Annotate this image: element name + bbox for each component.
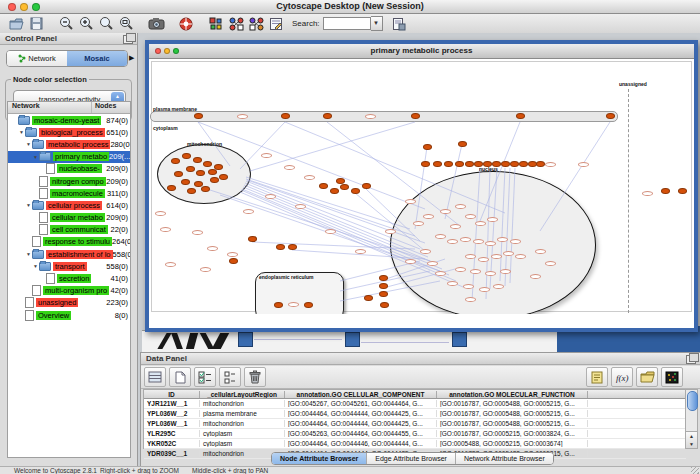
graph-node[interactable] bbox=[274, 302, 283, 308]
import-attributes-icon[interactable] bbox=[636, 367, 658, 387]
graph-node-unselected[interactable] bbox=[497, 237, 508, 242]
graph-node-unselected[interactable] bbox=[460, 237, 471, 242]
zoom-out-icon[interactable] bbox=[57, 16, 75, 32]
attribute-notes-icon[interactable] bbox=[586, 367, 608, 387]
graph-node-unselected[interactable] bbox=[265, 194, 276, 199]
tree-row-cellular-metabo[interactable]: cellular metabo209(0) bbox=[8, 212, 130, 224]
search-input[interactable] bbox=[323, 17, 371, 30]
graph-node-unselected[interactable] bbox=[510, 239, 521, 244]
graph-node-unselected[interactable] bbox=[165, 262, 176, 267]
tree-expander-icon[interactable]: ▼ bbox=[18, 129, 25, 135]
graph-node-unselected[interactable] bbox=[435, 234, 446, 239]
graph-node[interactable] bbox=[379, 283, 388, 289]
graph-node[interactable] bbox=[194, 113, 203, 119]
graph-node-unselected[interactable] bbox=[207, 246, 218, 251]
graph-node-unselected[interactable] bbox=[487, 217, 498, 222]
graph-node-unselected[interactable] bbox=[435, 271, 446, 276]
table-row[interactable]: YPL036W__1mitochondrion[GO:0044464, GO:0… bbox=[144, 419, 686, 429]
graph-node[interactable] bbox=[336, 178, 345, 184]
table-row[interactable]: YJR121W__1mitochondrion[GO:0045267, GO:0… bbox=[144, 399, 686, 409]
graph-node[interactable] bbox=[201, 186, 210, 192]
table-row[interactable]: YPL036W__2plasma membrane[GO:0044464, GO… bbox=[144, 409, 686, 419]
graph-node-unselected[interactable] bbox=[295, 204, 306, 209]
graph-edge[interactable] bbox=[472, 168, 480, 301]
graph-node[interactable] bbox=[458, 141, 467, 147]
graph-node-unselected[interactable] bbox=[450, 224, 461, 229]
graph-node[interactable] bbox=[379, 275, 388, 281]
unselect-all-attributes-icon[interactable] bbox=[219, 367, 241, 387]
graph-edge[interactable] bbox=[246, 177, 410, 229]
tree-row-unassigned[interactable]: unassigned223(0) bbox=[8, 297, 130, 309]
float-panel-icon[interactable] bbox=[123, 35, 133, 44]
select-all-attributes-icon[interactable] bbox=[194, 367, 216, 387]
graph-node[interactable] bbox=[510, 161, 519, 167]
graph-node[interactable] bbox=[483, 161, 492, 167]
tree-row-macromolecule[interactable]: macromolecule311(0) bbox=[8, 187, 130, 199]
tree-row-cellular-process[interactable]: ▼cellular process614(0) bbox=[8, 199, 130, 211]
graph-node[interactable] bbox=[362, 183, 371, 189]
graph-node-unselected[interactable] bbox=[243, 209, 254, 214]
vizmapper-icon[interactable] bbox=[247, 16, 265, 32]
column-header[interactable]: annotation.GO MOLECULAR_FUNCTION bbox=[437, 391, 588, 398]
graph-node[interactable] bbox=[203, 161, 212, 167]
graph-node-unselected[interactable] bbox=[465, 214, 476, 219]
graph-node-unselected[interactable] bbox=[423, 214, 434, 219]
graph-node[interactable] bbox=[323, 113, 332, 119]
graph-node[interactable] bbox=[193, 157, 202, 163]
graph-node-unselected[interactable] bbox=[578, 162, 589, 167]
resize-grip[interactable] bbox=[691, 467, 699, 474]
graph-node[interactable] bbox=[181, 179, 190, 185]
graph-node[interactable] bbox=[678, 188, 687, 194]
graph-node-unselected[interactable] bbox=[545, 162, 556, 167]
graph-node-unselected[interactable] bbox=[473, 239, 484, 244]
tree-row-biological-process[interactable]: ▼biological_process651(0) bbox=[8, 126, 130, 138]
graph-node[interactable] bbox=[411, 113, 420, 119]
tree-row-establishment-of-lo[interactable]: ▼establishment of lo558(0) bbox=[8, 248, 130, 260]
column-header[interactable]: annotation.GO CELLULAR_COMPONENT bbox=[285, 391, 437, 398]
graph-node[interactable] bbox=[536, 161, 545, 167]
tree-row-transport[interactable]: ▼transport558(0) bbox=[8, 260, 130, 272]
tree-col-nodes[interactable]: Nodes bbox=[92, 102, 130, 113]
graph-node[interactable] bbox=[433, 161, 442, 167]
graph-node[interactable] bbox=[319, 183, 328, 189]
graph-node[interactable] bbox=[196, 170, 205, 176]
graph-node[interactable] bbox=[288, 244, 297, 250]
graph-node[interactable] bbox=[174, 171, 183, 177]
graph-node[interactable] bbox=[182, 153, 191, 159]
tab-edge-attribute-browser[interactable]: Edge Attribute Browser bbox=[367, 453, 456, 464]
tree-expander-icon[interactable]: ▼ bbox=[25, 251, 32, 257]
tab-network[interactable]: Network bbox=[7, 51, 67, 66]
tree-row-cell-communicat[interactable]: cell communicat22(0) bbox=[8, 224, 130, 236]
graph-node-unselected[interactable] bbox=[405, 199, 416, 204]
graph-node[interactable] bbox=[455, 161, 464, 167]
graph-node[interactable] bbox=[519, 161, 528, 167]
graph-node[interactable] bbox=[248, 236, 257, 242]
save-session-icon[interactable] bbox=[27, 16, 45, 32]
graph-edge[interactable] bbox=[242, 189, 449, 275]
graph-node-unselected[interactable] bbox=[420, 249, 431, 254]
float-data-panel-icon[interactable] bbox=[686, 355, 696, 364]
graph-node-unselected[interactable] bbox=[455, 267, 466, 272]
graph-node[interactable] bbox=[444, 161, 453, 167]
graph-node-unselected[interactable] bbox=[545, 261, 556, 266]
select-attributes-icon[interactable] bbox=[144, 367, 166, 387]
graph-node-unselected[interactable] bbox=[530, 274, 541, 279]
table-scrollbar[interactable]: ▲▼ bbox=[685, 389, 698, 449]
table-row[interactable]: YKR052Ccytoplasm[GO:0044464, GO:0044446,… bbox=[144, 439, 686, 449]
zoom-in-icon[interactable] bbox=[77, 16, 95, 32]
graph-edge[interactable] bbox=[510, 168, 515, 283]
graph-node-unselected[interactable] bbox=[413, 221, 424, 226]
tab-network-attribute-browser[interactable]: Network Attribute Browser bbox=[456, 453, 553, 464]
graph-node-unselected[interactable] bbox=[485, 271, 496, 276]
graph-node-unselected[interactable] bbox=[478, 257, 489, 262]
column-header[interactable]: ID bbox=[144, 391, 200, 398]
graph-node-unselected[interactable] bbox=[465, 297, 476, 302]
graph-node-unselected[interactable] bbox=[227, 252, 238, 257]
tab-node-attribute-browser[interactable]: Node Attribute Browser bbox=[272, 453, 367, 464]
tree-row-nitrogen-compo[interactable]: nitrogen compo209(0) bbox=[8, 175, 130, 187]
graph-node[interactable] bbox=[340, 184, 349, 190]
graph-node-unselected[interactable] bbox=[261, 153, 272, 158]
graph-node[interactable] bbox=[492, 161, 501, 167]
graph-node-unselected[interactable] bbox=[325, 229, 336, 234]
graph-node-unselected[interactable] bbox=[642, 191, 653, 196]
